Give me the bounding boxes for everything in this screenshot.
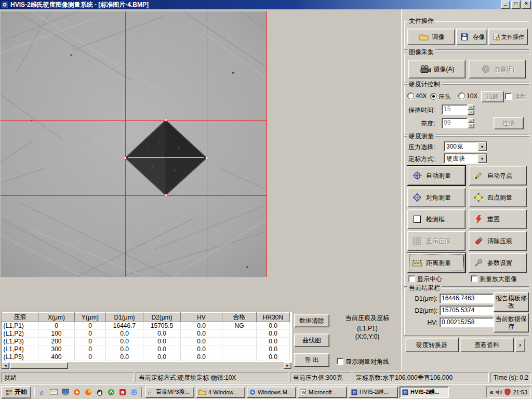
maximize-button[interactable]: □ [511, 1, 521, 9]
view-docs-button[interactable]: 查看资料 [460, 338, 514, 352]
camera-button[interactable]: 摄像(A) [408, 60, 466, 78]
tray-expand-icon[interactable]: « [490, 389, 494, 396]
pressure-value: 300克 [444, 142, 477, 151]
reset-button[interactable]: 重置 [469, 209, 527, 229]
scroll-left-icon[interactable]: ◄ [2, 362, 9, 369]
brightness-field[interactable]: 99 [442, 118, 468, 128]
qq-icon[interactable] [95, 387, 104, 397]
param-settings-icon [473, 259, 484, 267]
col-x[interactable]: X(μm) [38, 313, 75, 322]
col-y[interactable]: Y(μm) [75, 313, 106, 322]
show-desktop-icon[interactable] [60, 387, 70, 397]
antivirus-shield-icon[interactable] [504, 389, 511, 395]
d1-value: 16446.7463 [442, 295, 474, 302]
taskbar-task-microsoft[interactable]: W Microsoft... [298, 387, 347, 398]
radio-40x[interactable]: 40X [407, 92, 427, 100]
table-row[interactable]: (L1,P3)20000.00.00.00.0 [2, 338, 290, 345]
brightness-spinner[interactable]: ▲▼ [468, 118, 474, 127]
detect-box-label: 检测框 [426, 215, 445, 224]
taskbar-task-hvis-2-active[interactable]: HVIS-2维... [400, 387, 449, 398]
distance-measure-button[interactable]: 距离测量 [407, 253, 466, 273]
read-checkbox-row[interactable]: 读数 [505, 92, 526, 101]
tray-clock[interactable]: 21:53 [513, 389, 527, 395]
table-row[interactable]: (L1,P5)40000.00.00.00.0 [2, 353, 290, 361]
col-pass[interactable]: 合格 [222, 313, 257, 322]
save-image-button[interactable]: 存像 [456, 29, 487, 45]
minimize-button[interactable]: _ [501, 1, 510, 9]
mail-icon[interactable] [49, 387, 59, 397]
taskbar-task-windows-group[interactable]: 4 Window... [196, 387, 245, 398]
param-settings-button[interactable]: 参数设置 [469, 253, 527, 273]
horizontal-scrollbar[interactable]: ◄ ► [2, 362, 291, 369]
radio-40x-label: 40X [416, 92, 427, 100]
hardness-converter-button[interactable]: 硬度转换器 [405, 338, 459, 352]
measure-zoom-checkbox-row[interactable]: 测量放大图像 [471, 275, 517, 284]
close-button[interactable]: × [522, 1, 531, 9]
curve-chart-button[interactable]: 曲线图 [294, 334, 329, 347]
table-row[interactable]: (L1,P4)30000.00.00.00.0 [2, 345, 290, 353]
ie-icon[interactable]: e [37, 387, 47, 397]
load-button[interactable]: 加载 [481, 91, 504, 102]
realplayer-icon[interactable]: R [117, 387, 127, 397]
media-player-icon[interactable] [72, 387, 82, 397]
d1-field[interactable]: 16446.7463 [440, 294, 494, 303]
microscope-image[interactable] [1, 11, 267, 277]
col-d1[interactable]: D1(μm) [106, 313, 143, 322]
pressure-select[interactable]: 300克 ▼ [444, 141, 487, 152]
freeze-button[interactable]: 冻像(F) [469, 60, 526, 78]
radio-10x-circle [458, 92, 465, 99]
dropdown-arrow-icon[interactable]: ▼ [477, 142, 487, 151]
col-hv[interactable]: HV [181, 313, 222, 322]
pressure-label: 压力选择: [408, 143, 435, 152]
four-point-measure-button[interactable]: 四点测量 [469, 188, 527, 207]
start-button[interactable]: 开始 [1, 386, 31, 398]
export-button[interactable]: 导 出 [294, 353, 329, 367]
radio-10x[interactable]: 10X [458, 92, 477, 100]
volume-icon[interactable] [495, 389, 502, 395]
show-diagonal-checkbox-row[interactable]: 显示测量对角线 [337, 357, 389, 366]
msn-icon[interactable] [106, 387, 116, 397]
browser-globe-icon[interactable] [129, 387, 139, 397]
col-d2[interactable]: D2(μm) [143, 313, 181, 322]
firefox-icon[interactable] [83, 387, 93, 397]
show-center-checkbox-row[interactable]: 显示中心 [408, 275, 442, 284]
col-indent[interactable]: 压痕 [2, 313, 38, 322]
taskbar-task-baidu[interactable]: e 百度MP3搜... [145, 387, 194, 398]
diagonal-measure-button[interactable]: 对角测量 [407, 188, 466, 207]
save-data-button[interactable]: 当前数据保存 [494, 313, 529, 332]
table-row[interactable]: (L1,P2)10000.00.00.00.0 [2, 330, 290, 338]
adjust-image-button[interactable]: 调像 [407, 29, 455, 45]
table-header-row[interactable]: 压痕 X(μm) Y(μm) D1(μm) D2(μm) HV 合格 HR30N [2, 313, 290, 322]
more-button[interactable]: › [515, 338, 525, 352]
show-center-label: 显示中心 [417, 275, 442, 283]
taskbar-task-windows-media[interactable]: Windows M... [247, 387, 296, 398]
file-operations-group: 文件操作 调像 存像 文件操作 [404, 21, 529, 50]
col-hr30n[interactable]: HR30N [257, 313, 290, 322]
calibration-select[interactable]: 硬度块 ▼ [444, 153, 487, 164]
connect-button[interactable]: 连接 [494, 117, 524, 129]
current-indent-point: (L1,P1) [335, 325, 400, 332]
read-label: 读数 [514, 93, 526, 100]
hv-field[interactable]: 0.00215258 [440, 317, 494, 327]
clear-data-button[interactable]: 数据清除 [294, 314, 329, 327]
distance-measure-label: 距离测量 [426, 259, 451, 268]
clear-indent-button[interactable]: 清除压痕 [469, 231, 527, 251]
hvis-app-icon [402, 389, 408, 395]
show-indent-button[interactable]: 显示压痕 [407, 231, 466, 251]
diagonal-measure-label: 对角测量 [426, 193, 451, 202]
report-template-button[interactable]: 报告模板修改 [494, 292, 529, 312]
auto-measure-button[interactable]: 自动测量 [407, 166, 466, 185]
table-row[interactable]: (L1,P1)0016446.715705.50.0NG0.0 [2, 322, 290, 330]
scrollbar-thumb[interactable] [10, 362, 68, 369]
hold-time-spinner[interactable]: ▲▼ [468, 104, 474, 114]
hold-time-field[interactable]: 15 [442, 104, 468, 115]
auto-find-button[interactable]: 自动寻点 [469, 166, 527, 185]
dropdown-arrow-icon[interactable]: ▼ [477, 154, 487, 163]
d2-field[interactable]: 15705.5374 [440, 305, 494, 315]
radio-indenter[interactable]: 压头 [430, 92, 451, 101]
file-operations-button[interactable]: 文件操作 [488, 29, 528, 45]
taskbar-task-hvis-1[interactable]: HVIS-2维... [349, 387, 398, 398]
detect-box-button[interactable]: 检测框 [407, 209, 466, 229]
scroll-right-icon[interactable]: ► [284, 362, 291, 369]
folder-icon [198, 389, 206, 395]
